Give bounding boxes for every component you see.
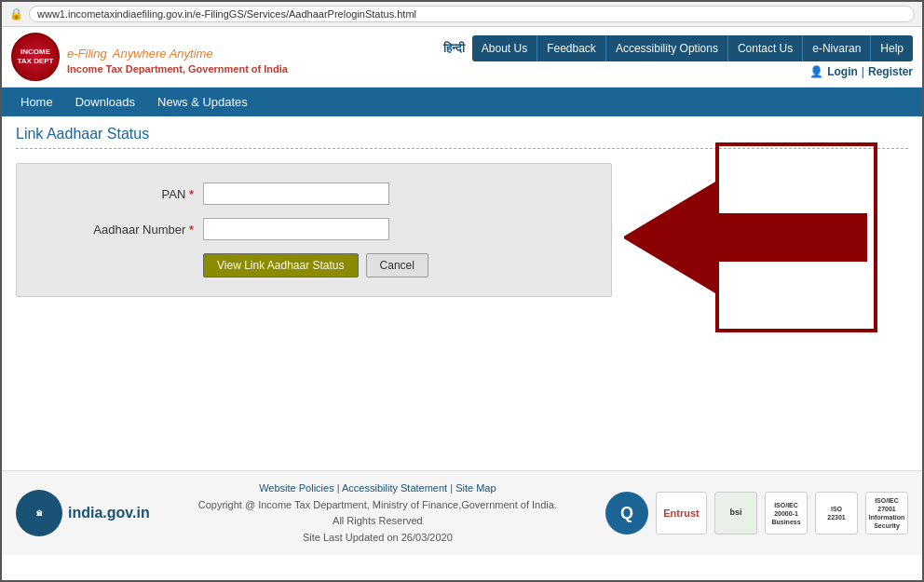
header-right: हिन्दी About Us Feedback Accessibility O… <box>436 35 913 78</box>
iso-27001-badge: ISO/IEC 27001 Information Security <box>865 492 908 535</box>
rights-text: All Rights Reserved <box>164 513 591 530</box>
bsi-badge: bsi <box>714 492 757 535</box>
svg-rect-1 <box>717 144 876 331</box>
last-updated-text: Site Last Updated on 26/03/2020 <box>164 530 591 547</box>
help-button[interactable]: Help <box>871 35 913 61</box>
main-nav: Home Downloads News & Updates <box>2 88 922 116</box>
brand-subtitle: Income Tax Department, Government of Ind… <box>67 63 288 74</box>
brand-name: e-Filing Anywhere Anytime <box>67 39 288 63</box>
footer-center: Website Policies | Accessibility Stateme… <box>164 480 591 546</box>
content-area: Link Aadhaar Status PAN * Aadhaar Number… <box>2 116 922 470</box>
page-title: Link Aadhaar Status <box>16 126 908 149</box>
aadhaar-row: Aadhaar Number * <box>45 218 583 240</box>
nav-home[interactable]: Home <box>9 88 64 116</box>
hindi-link[interactable]: हिन्दी <box>436 41 472 56</box>
footer-logos: Q Entrust bsi ISO/IEC 20000-1 Business I… <box>605 492 908 535</box>
footer: 🏛 india.gov.in Website Policies | Access… <box>2 470 922 555</box>
svg-marker-0 <box>624 182 866 293</box>
pan-row: PAN * <box>45 183 583 205</box>
user-icon: 👤 <box>809 65 823 78</box>
accessibility-button[interactable]: Accessibility Options <box>606 35 728 61</box>
nav-news[interactable]: News & Updates <box>146 88 259 116</box>
view-link-aadhaar-button[interactable]: View Link Aadhaar Status <box>203 253 359 277</box>
form-actions: View Link Aadhaar Status Cancel <box>45 253 583 277</box>
register-link[interactable]: Register <box>868 65 913 78</box>
arrow-annotation <box>624 135 885 340</box>
gov-logo-section: 🏛 india.gov.in <box>16 490 150 536</box>
aadhaar-label: Aadhaar Number * <box>45 223 194 237</box>
pan-label: PAN * <box>45 187 194 201</box>
cancel-button[interactable]: Cancel <box>366 253 428 277</box>
iso-20000-badge: ISO/IEC 20000-1 Business <box>765 492 808 535</box>
browser-bar: 🔒 www1.incometaxindiaefiling.gov.in/e-Fi… <box>2 2 922 27</box>
quality-badge: Q <box>605 492 648 535</box>
copyright-text: Copyright @ Income Tax Department, Minis… <box>164 497 591 514</box>
logo: INCOME TAX DEPT <box>11 33 60 81</box>
feedback-button[interactable]: Feedback <box>537 35 606 61</box>
nav-downloads[interactable]: Downloads <box>64 88 146 116</box>
lock-icon: 🔒 <box>9 7 23 20</box>
aadhaar-input[interactable] <box>203 218 389 240</box>
accessibility-link[interactable]: Accessibility Statement <box>342 482 447 494</box>
url-bar[interactable]: www1.incometaxindiaefiling.gov.in/e-Fili… <box>29 6 915 22</box>
iso-22301-badge: ISO 22301 <box>815 492 858 535</box>
enivaran-button[interactable]: e-Nivaran <box>803 35 871 61</box>
pan-input[interactable] <box>203 183 389 205</box>
gov-logo: 🏛 <box>16 490 62 536</box>
site-map-link[interactable]: Site Map <box>455 482 496 494</box>
header: INCOME TAX DEPT e-Filing Anywhere Anytim… <box>2 27 922 88</box>
login-link[interactable]: Login <box>827 65 858 78</box>
login-section: 👤 Login | Register <box>809 65 913 78</box>
website-policies-link[interactable]: Website Policies <box>259 482 334 494</box>
brand-title: e-Filing Anywhere Anytime Income Tax Dep… <box>67 39 288 74</box>
logo-section: INCOME TAX DEPT e-Filing Anywhere Anytim… <box>11 33 288 81</box>
contact-us-button[interactable]: Contact Us <box>728 35 803 61</box>
about-us-button[interactable]: About Us <box>472 35 537 61</box>
entrust-badge: Entrust <box>656 492 707 535</box>
gov-link[interactable]: india.gov.in <box>68 505 150 521</box>
link-aadhaar-form: PAN * Aadhaar Number * View Link Aadhaar… <box>16 163 612 297</box>
top-nav: हिन्दी About Us Feedback Accessibility O… <box>436 35 913 61</box>
